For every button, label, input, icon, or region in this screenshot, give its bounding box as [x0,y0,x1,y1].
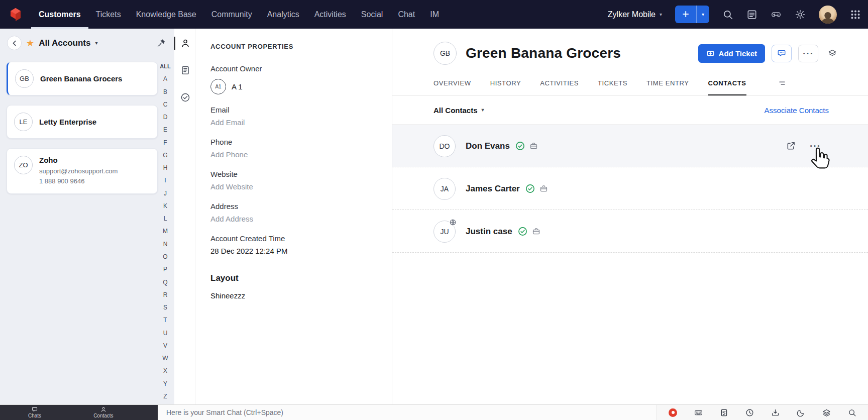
alpha-filter[interactable]: J [164,190,167,196]
add-ticket-button[interactable]: Add Ticket [698,44,765,63]
nav-item-customers[interactable]: Customers [31,0,88,29]
alpha-filter[interactable]: Z [163,393,167,399]
alpha-filter[interactable]: S [163,304,167,310]
notes-module-icon[interactable] [174,64,195,77]
account-card-green-banana-grocers[interactable]: GB Green Banana Grocers [7,62,158,95]
contact-more-actions-icon[interactable]: ··· [810,141,821,151]
associate-contacts-link[interactable]: Associate Contacts [765,106,829,115]
alpha-filter[interactable]: L [164,216,167,222]
alpha-filter[interactable]: F [163,140,167,146]
pin-icon[interactable] [156,38,166,48]
nav-item-activities[interactable]: Activities [307,0,354,29]
add-website-link[interactable]: Add Website [210,182,377,191]
alpha-filter[interactable]: O [163,254,167,260]
open-contact-icon[interactable] [786,141,796,151]
add-address-link[interactable]: Add Address [210,215,377,223]
contacts-filter-dropdown[interactable]: All Contacts ▾ [433,106,484,115]
quick-add-button[interactable]: + [675,6,696,23]
alpha-filter[interactable]: W [162,355,168,361]
alpha-filter[interactable]: C [163,101,168,108]
alpha-filter[interactable]: Q [163,279,167,285]
back-button[interactable] [7,36,22,50]
field-phone: Phone Add Phone [210,138,377,159]
account-card-zoho[interactable]: ZO Zoho support@zohosupport.com 1 888 90… [7,148,158,194]
alpha-filter[interactable]: K [163,203,167,209]
owner-value[interactable]: A1 A 1 [210,79,377,94]
nav-item-analytics[interactable]: Analytics [260,0,307,29]
field-label: Email [210,106,377,114]
alpha-filter[interactable]: E [163,127,167,133]
nav-item-community[interactable]: Community [204,0,260,29]
contact-name: Don Evans [466,141,510,151]
alpha-filter[interactable]: X [163,368,167,374]
alpha-filter[interactable]: N [163,241,168,247]
approvals-module-icon[interactable] [174,91,195,104]
tab-overview[interactable]: OVERVIEW [433,79,471,95]
add-phone-link[interactable]: Add Phone [210,150,377,159]
tab-history[interactable]: HISTORY [490,79,521,95]
bottom-tab-contacts[interactable]: Contacts [93,406,113,418]
account-card-letty-enterprise[interactable]: LE Letty Enterprise [7,105,158,139]
quick-add-dropdown[interactable]: ▾ [696,6,709,23]
tab-tickets[interactable]: TICKETS [598,79,627,95]
alpha-filter[interactable]: M [163,228,168,234]
nav-item-knowledge-base[interactable]: Knowledge Base [129,0,204,29]
tab-contacts[interactable]: CONTACTS [708,79,746,95]
owner-name: A 1 [232,82,243,91]
nav-item-tickets[interactable]: Tickets [88,0,129,29]
alpha-filter[interactable]: D [163,114,168,120]
account-card-body: Green Banana Grocers [40,74,122,83]
alpha-filter[interactable]: Y [163,381,167,387]
zia-voice-icon[interactable] [660,408,686,417]
bottom-tab-chats[interactable]: Chats [28,406,41,418]
stack-layers-icon[interactable] [814,408,839,417]
department-selector[interactable]: Zylker Mobile ▾ [608,10,662,19]
zoho-desk-logo[interactable] [0,0,31,29]
global-search-icon[interactable] [839,408,865,417]
search-icon[interactable] [722,9,733,20]
task-checklist-icon[interactable] [711,408,737,417]
contact-row-justin-case[interactable]: JU Justin case [392,210,868,253]
import-tray-icon[interactable] [763,408,788,417]
account-header: GB Green Banana Grocers Add Ticket ··· [392,29,868,65]
crm-contact-icon [529,142,538,150]
nav-item-chat[interactable]: Chat [390,0,422,29]
settings-gear-icon[interactable] [795,9,806,20]
layout-stack-button[interactable] [825,45,840,62]
tab-options-icon[interactable] [778,78,787,95]
recent-history-clock-icon[interactable] [737,408,763,417]
alpha-filter-all[interactable]: ALL [160,64,170,69]
account-card-body: Zoho support@zohosupport.com 1 888 900 9… [39,156,118,186]
alpha-filter[interactable]: H [163,165,168,171]
contacts-module-icon[interactable] [174,37,195,50]
contact-initials: JU [440,228,449,236]
keyboard-shortcuts-icon[interactable] [686,408,711,417]
tab-activities[interactable]: ACTIVITIES [540,79,579,95]
favorite-star-icon[interactable]: ★ [26,39,34,48]
alpha-filter[interactable]: B [163,89,167,95]
nav-item-social[interactable]: Social [354,0,391,29]
app-switcher-grid-icon[interactable] [850,9,861,20]
alpha-filter[interactable]: I [164,177,166,183]
alpha-filter[interactable]: T [163,317,167,323]
contact-row-james-carter[interactable]: JA James Carter [392,167,868,210]
more-actions-button[interactable]: ··· [798,45,818,62]
add-email-link[interactable]: Add Email [210,118,377,127]
alpha-filter[interactable]: U [163,330,168,336]
chat-with-account-button[interactable] [772,45,792,62]
alpha-filter[interactable]: R [163,292,168,298]
alpha-filter[interactable]: G [163,152,167,158]
smart-chat-input[interactable]: Here is your Smart Chat (Ctrl+Space) [158,405,657,420]
feeds-icon[interactable] [746,9,757,20]
user-avatar[interactable] [819,6,837,24]
sidebar-title[interactable]: All Accounts [39,38,90,48]
alpha-filter[interactable]: A [163,76,167,82]
chevron-down-icon[interactable]: ▾ [95,40,97,46]
tab-time-entry[interactable]: TIME ENTRY [646,79,689,95]
nav-item-im[interactable]: IM [422,0,447,29]
alpha-filter[interactable]: P [163,266,167,272]
gamescope-icon[interactable] [771,9,782,20]
alpha-filter[interactable]: V [163,343,167,349]
night-mode-moon-icon[interactable] [788,408,814,417]
contact-row-don-evans[interactable]: DO Don Evans ··· [392,125,868,167]
